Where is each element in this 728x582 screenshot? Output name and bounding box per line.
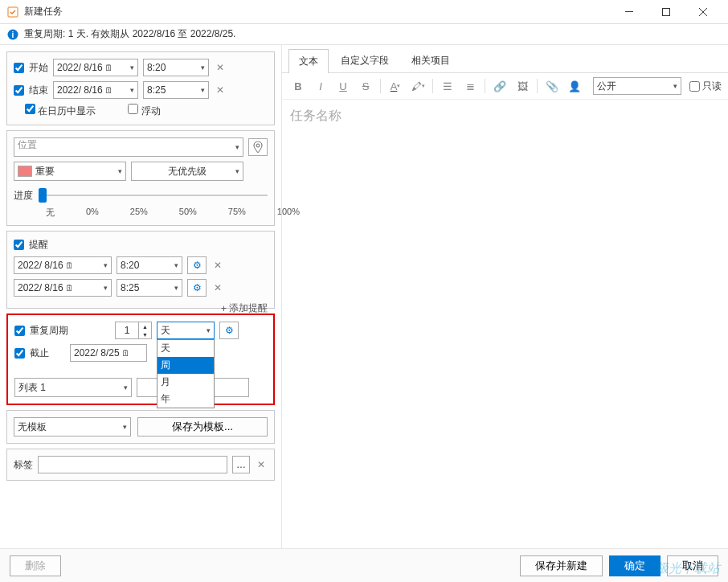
chevron-down-icon: ▾ xyxy=(235,143,239,151)
clear-end-button[interactable]: ✕ xyxy=(214,84,227,96)
left-panel: 开始 2022/ 8/16🗓▾ 8:20▾ ✕ 结束 2022/ 8/16🗓▾ … xyxy=(0,45,281,548)
highlight-button[interactable]: 🖍▾ xyxy=(408,76,427,96)
numbered-list-button[interactable]: ≣ xyxy=(460,76,480,96)
end-checkbox[interactable] xyxy=(14,85,24,96)
reminder-section: 提醒 2022/ 8/16🗓▾ 8:20▾ ⚙ ✕ 2022/ 8/16🗓▾ 8… xyxy=(6,231,275,309)
unit-option-day[interactable]: 天 xyxy=(157,340,214,357)
readonly-checkbox[interactable] xyxy=(689,81,700,92)
italic-button[interactable]: I xyxy=(311,76,330,96)
bold-button[interactable]: B xyxy=(288,76,308,96)
recurrence-settings-button[interactable]: ⚙ xyxy=(219,322,239,339)
recurrence-count-spinner[interactable]: 1 ▲▼ xyxy=(115,322,152,339)
start-checkbox[interactable] xyxy=(14,63,24,73)
numbered-list-icon: ≣ xyxy=(466,80,475,92)
spinner-up-button[interactable]: ▲ xyxy=(139,322,151,330)
importance-select[interactable]: 重要▾ xyxy=(14,162,126,181)
strikethrough-button[interactable]: S xyxy=(356,76,375,96)
spinner-down-button[interactable]: ▼ xyxy=(139,330,151,338)
until-date-input[interactable]: 2022/ 8/25🗓 xyxy=(70,344,147,362)
reminder1-time-input[interactable]: 8:20▾ xyxy=(117,256,182,274)
app-icon xyxy=(6,6,19,18)
tag-input[interactable] xyxy=(38,456,227,473)
clear-start-button[interactable]: ✕ xyxy=(214,61,227,74)
gear-icon: ⚙ xyxy=(225,325,234,336)
chevron-down-icon: ▾ xyxy=(174,261,178,269)
calendar-icon: 🗓 xyxy=(104,63,113,72)
save-template-button[interactable]: 保存为模板... xyxy=(137,417,268,436)
floating-checkbox[interactable] xyxy=(128,104,138,114)
recurrence-section: 重复周期 1 ▲▼ 天▾ 天 周 月 年 ⚙ 截止 xyxy=(6,314,275,405)
start-date-input[interactable]: 2022/ 8/16🗓▾ xyxy=(53,59,138,76)
link-button[interactable]: 🔗 xyxy=(490,76,509,96)
map-pin-button[interactable] xyxy=(248,138,268,156)
unit-option-month[interactable]: 月 xyxy=(157,374,214,391)
cancel-button[interactable]: 取消 xyxy=(667,555,718,576)
close-button[interactable] xyxy=(685,0,722,24)
tab-text[interactable]: 文本 xyxy=(288,49,329,73)
chevron-down-icon: ▾ xyxy=(104,261,108,269)
task-title-input[interactable]: 任务名称 xyxy=(282,100,728,133)
unit-option-year[interactable]: 年 xyxy=(157,391,214,408)
toolbar: B I U S A▾ 🖍▾ ☰ ≣ 🔗 🖼 📎 👤 公开▾ 只读 xyxy=(282,73,728,100)
reminder1-date-input[interactable]: 2022/ 8/16🗓▾ xyxy=(14,256,112,274)
show-calendar-checkbox[interactable] xyxy=(25,104,35,114)
readonly-label: 只读 xyxy=(702,80,722,93)
schedule-section: 开始 2022/ 8/16🗓▾ 8:20▾ ✕ 结束 2022/ 8/16🗓▾ … xyxy=(6,51,275,125)
tab-related-items[interactable]: 相关项目 xyxy=(401,48,460,72)
minimize-button[interactable] xyxy=(611,0,648,24)
image-button[interactable]: 🖼 xyxy=(513,76,532,96)
tab-custom-fields[interactable]: 自定义字段 xyxy=(330,48,399,72)
font-color-button[interactable]: A▾ xyxy=(386,76,405,96)
chevron-down-icon: ▾ xyxy=(201,86,205,94)
calendar-icon: 🗓 xyxy=(104,85,113,95)
template-select[interactable]: 无模板▾ xyxy=(14,417,131,436)
bullet-list-button[interactable]: ☰ xyxy=(438,76,457,96)
maximize-button[interactable] xyxy=(648,0,685,24)
attachment-button[interactable]: 📎 xyxy=(542,76,562,96)
chevron-down-icon: ▾ xyxy=(673,82,677,90)
reminder2-clear-button[interactable]: ✕ xyxy=(211,281,224,294)
reminder-checkbox[interactable] xyxy=(14,240,24,250)
reminder1-settings-button[interactable]: ⚙ xyxy=(187,256,207,274)
calendar-icon: 🗓 xyxy=(121,348,130,358)
chevron-down-icon: ▾ xyxy=(124,383,128,391)
visibility-select[interactable]: 公开▾ xyxy=(593,77,681,95)
reminder1-clear-button[interactable]: ✕ xyxy=(211,259,224,272)
reminder2-settings-button[interactable]: ⚙ xyxy=(187,279,207,297)
show-calendar-label: 在日历中显示 xyxy=(38,105,96,117)
until-label: 截止 xyxy=(30,346,65,360)
reminder2-date-input[interactable]: 2022/ 8/16🗓▾ xyxy=(14,279,112,297)
end-date-input[interactable]: 2022/ 8/16🗓▾ xyxy=(53,81,138,99)
end-time-input[interactable]: 8:25▾ xyxy=(143,81,209,99)
ok-button[interactable]: 确定 xyxy=(609,555,661,576)
chevron-down-icon: ▾ xyxy=(104,284,108,292)
reminder2-time-input[interactable]: 8:25▾ xyxy=(117,279,182,297)
list-select[interactable]: 列表 1▾ xyxy=(14,378,132,397)
until-checkbox[interactable] xyxy=(14,348,25,359)
svg-rect-1 xyxy=(625,11,633,12)
progress-slider[interactable] xyxy=(43,186,268,205)
gear-icon: ⚙ xyxy=(193,282,202,293)
window-title: 新建任务 xyxy=(24,5,611,18)
progress-tick: 无 xyxy=(46,207,55,219)
save-and-new-button[interactable]: 保存并新建 xyxy=(520,555,603,576)
underline-button[interactable]: U xyxy=(333,76,353,96)
start-label: 开始 xyxy=(29,61,48,75)
start-time-input[interactable]: 8:20▾ xyxy=(143,59,209,76)
template-section: 无模板▾ 保存为模板... xyxy=(6,410,275,444)
priority-select[interactable]: 无优先级▾ xyxy=(131,162,243,181)
recurrence-unit-select[interactable]: 天▾ 天 周 月 年 xyxy=(157,322,215,339)
titlebar: 新建任务 xyxy=(0,0,728,24)
tag-more-button[interactable]: … xyxy=(232,456,250,473)
map-pin-icon xyxy=(253,141,263,153)
tag-clear-button[interactable]: ✕ xyxy=(255,458,268,471)
unit-option-week[interactable]: 周 xyxy=(157,357,214,374)
delete-button[interactable]: 删除 xyxy=(10,555,61,576)
importance-color-swatch xyxy=(18,166,32,177)
tag-label: 标签 xyxy=(14,458,33,472)
progress-tick: 100% xyxy=(277,207,300,219)
recurrence-checkbox[interactable] xyxy=(14,326,25,336)
footer: 删除 保存并新建 确定 取消 xyxy=(0,548,728,582)
contact-button[interactable]: 👤 xyxy=(565,76,584,96)
location-input[interactable]: 位置▾ xyxy=(14,137,243,157)
